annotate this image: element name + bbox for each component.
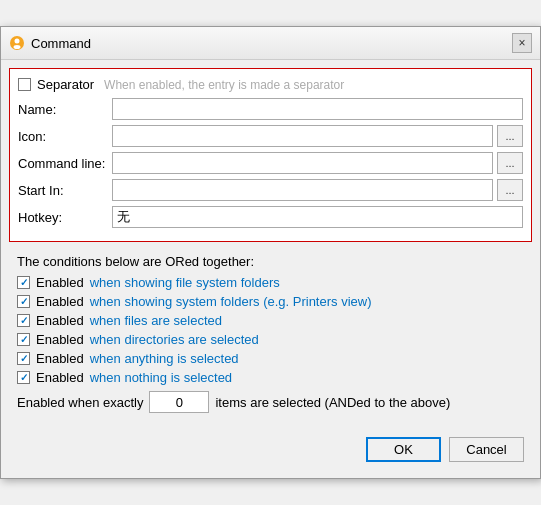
condition-text-blue-3: when directories are selected [90,332,259,347]
dialog-content: Separator When enabled, the entry is mad… [1,60,540,478]
cancel-button[interactable]: Cancel [449,437,524,462]
exactly-row: Enabled when exactly items are selected … [17,391,524,413]
window-icon [9,35,25,51]
name-input[interactable] [112,98,523,120]
condition-text-blue-0: when showing file system folders [90,275,280,290]
condition-text-blue-1: when showing system folders (e.g. Printe… [90,294,372,309]
condition-checkbox-5[interactable] [17,371,30,384]
condition-text-blue-5: when nothing is selected [90,370,232,385]
dialog-title: Command [31,36,506,51]
condition-checkbox-1[interactable] [17,295,30,308]
condition-text-normal-1: Enabled [36,294,84,309]
separator-hint: When enabled, the entry is made a separa… [104,78,344,92]
condition-row-2: Enabled when files are selected [17,313,524,328]
condition-checkbox-0[interactable] [17,276,30,289]
condition-text-normal-2: Enabled [36,313,84,328]
startin-input[interactable] [112,179,493,201]
hotkey-row: Hotkey: [18,206,523,228]
title-bar: Command × [1,27,540,60]
exactly-input[interactable] [149,391,209,413]
exactly-suffix: items are selected (ANDed to the above) [215,395,450,410]
icon-label: Icon: [18,129,108,144]
main-fields-box: Separator When enabled, the entry is mad… [9,68,532,242]
startin-browse-button[interactable]: ... [497,179,523,201]
hotkey-label: Hotkey: [18,210,108,225]
command-dialog: Command × Separator When enabled, the en… [0,26,541,479]
conditions-title: The conditions below are ORed together: [17,254,524,269]
condition-row-3: Enabled when directories are selected [17,332,524,347]
svg-point-2 [14,45,21,49]
condition-text-normal-5: Enabled [36,370,84,385]
startin-row: Start In: ... [18,179,523,201]
condition-text-blue-2: when files are selected [90,313,222,328]
separator-label: Separator [37,77,94,92]
close-button[interactable]: × [512,33,532,53]
condition-text-normal-0: Enabled [36,275,84,290]
commandline-input[interactable] [112,152,493,174]
separator-row: Separator When enabled, the entry is mad… [18,77,523,92]
ok-button[interactable]: OK [366,437,441,462]
name-label: Name: [18,102,108,117]
condition-row-5: Enabled when nothing is selected [17,370,524,385]
condition-checkbox-4[interactable] [17,352,30,365]
commandline-label: Command line: [18,156,108,171]
button-row: OK Cancel [9,433,532,470]
startin-label: Start In: [18,183,108,198]
conditions-area: The conditions below are ORed together: … [9,250,532,425]
icon-browse-button[interactable]: ... [497,125,523,147]
name-row: Name: [18,98,523,120]
icon-row: Icon: ... [18,125,523,147]
condition-checkbox-3[interactable] [17,333,30,346]
commandline-row: Command line: ... [18,152,523,174]
condition-text-normal-3: Enabled [36,332,84,347]
condition-text-normal-4: Enabled [36,351,84,366]
hotkey-input[interactable] [112,206,523,228]
icon-input[interactable] [112,125,493,147]
commandline-browse-button[interactable]: ... [497,152,523,174]
condition-checkbox-2[interactable] [17,314,30,327]
svg-point-1 [15,39,20,44]
condition-text-blue-4: when anything is selected [90,351,239,366]
exactly-label: Enabled when exactly [17,395,143,410]
condition-row-0: Enabled when showing file system folders [17,275,524,290]
separator-checkbox[interactable] [18,78,31,91]
condition-row-4: Enabled when anything is selected [17,351,524,366]
condition-row-1: Enabled when showing system folders (e.g… [17,294,524,309]
